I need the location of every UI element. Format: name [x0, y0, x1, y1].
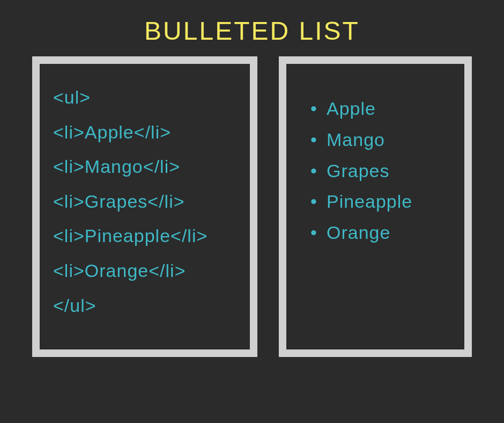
code-panel: <ul> <li>Apple</li> <li>Mango</li> <li>G… — [32, 56, 257, 357]
list-item: Grapes — [310, 156, 451, 187]
code-line: <li>Pineapple</li> — [53, 218, 236, 253]
output-panel: Apple Mango Grapes Pineapple Orange — [279, 56, 472, 357]
code-line: <li>Mango</li> — [53, 149, 236, 184]
code-line: </ul> — [53, 288, 236, 323]
page-title: BULLETED LIST — [0, 0, 504, 56]
bulleted-list: Apple Mango Grapes Pineapple Orange — [300, 93, 451, 249]
list-item: Orange — [310, 217, 451, 249]
code-line: <ul> — [53, 80, 236, 115]
list-item: Pineapple — [310, 186, 451, 217]
list-item: Mango — [310, 125, 451, 156]
code-line: <li>Orange</li> — [53, 253, 236, 288]
code-line: <li>Grapes</li> — [53, 184, 236, 219]
main-container: <ul> <li>Apple</li> <li>Mango</li> <li>G… — [0, 56, 504, 357]
code-line: <li>Apple</li> — [53, 115, 236, 150]
list-item: Apple — [310, 93, 451, 125]
